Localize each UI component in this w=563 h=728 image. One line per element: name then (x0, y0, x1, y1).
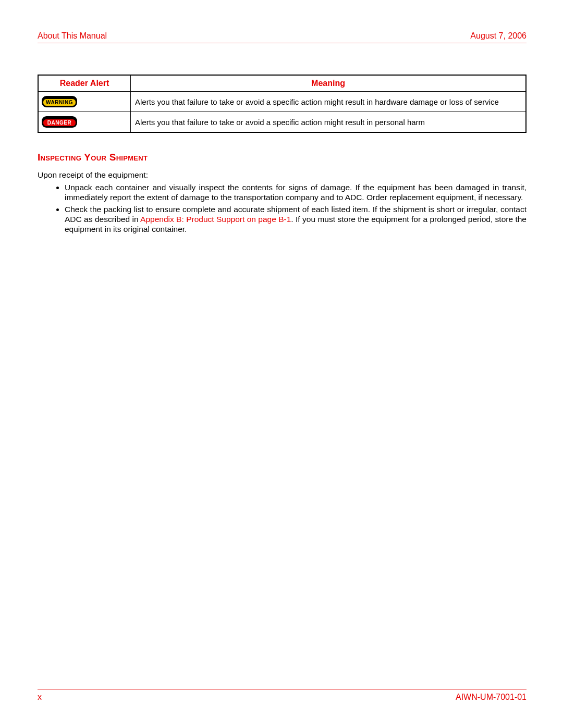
bullet-list: Unpack each container and visually inspe… (38, 183, 527, 237)
page-footer: x AIWN-UM-7001-01 (38, 689, 527, 702)
warning-badge-icon: WARNING (42, 96, 77, 107)
warning-badge-label: WARNING (43, 98, 76, 106)
th-meaning: Meaning (131, 75, 527, 92)
header-date: August 7, 2006 (470, 31, 527, 41)
section-intro: Upon receipt of the equipment: (38, 170, 527, 180)
list-item: Unpack each container and visually inspe… (65, 183, 527, 203)
footer-page-number: x (38, 693, 42, 702)
reader-alert-table: Reader Alert Meaning WARNING Alerts you … (38, 75, 527, 133)
list-item: Check the packing list to ensure complet… (65, 205, 527, 235)
footer-doc-id: AIWN-UM-7001-01 (456, 693, 527, 702)
warning-meaning: Alerts you that failure to take or avoid… (131, 92, 527, 112)
table-row: DANGER Alerts you that failure to take o… (38, 112, 526, 133)
section-heading: Inspecting Your Shipment (38, 152, 527, 163)
table-row: WARNING Alerts you that failure to take … (38, 92, 526, 112)
danger-badge-label: DANGER (43, 119, 76, 127)
danger-meaning: Alerts you that failure to take or avoid… (131, 112, 527, 133)
header-section-title: About This Manual (38, 31, 107, 41)
danger-badge-icon: DANGER (42, 116, 77, 128)
appendix-link[interactable]: Appendix B: Product Support on page B-1 (140, 215, 291, 224)
th-reader-alert: Reader Alert (38, 75, 131, 92)
page-header: About This Manual August 7, 2006 (38, 31, 527, 43)
bullet-text: Unpack each container and visually inspe… (65, 183, 527, 202)
